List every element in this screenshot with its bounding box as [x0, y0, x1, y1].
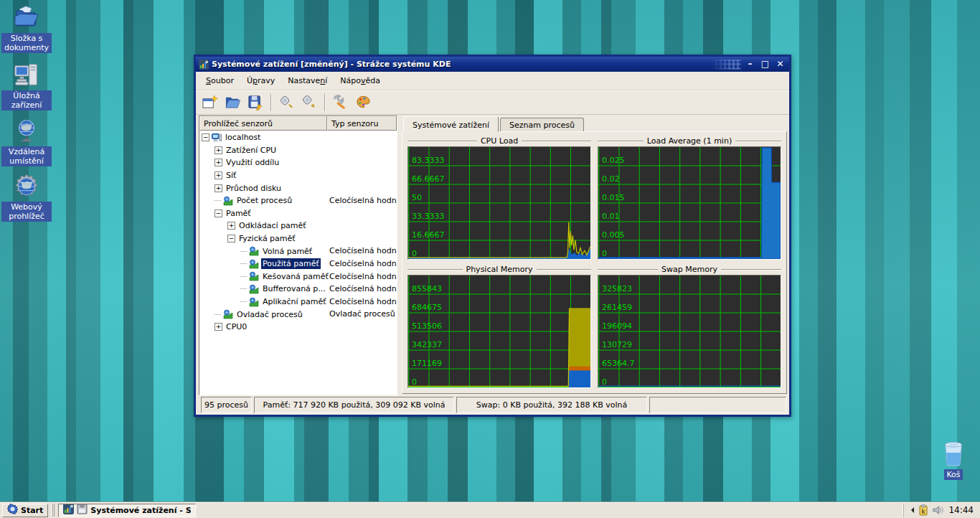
expand-icon[interactable]: +: [215, 323, 222, 331]
y-tick-label: 0: [602, 378, 607, 387]
folder-icon: [1, 4, 52, 32]
tree-item[interactable]: Použitá paměťCeločíselná hodn...: [199, 258, 397, 270]
collapse-icon[interactable]: −: [215, 209, 222, 217]
expand-icon[interactable]: +: [227, 222, 235, 230]
collapse-icon[interactable]: −: [202, 133, 209, 141]
configure-palette-button[interactable]: [352, 92, 374, 113]
cpu-load-chart: 83.333366.66675033.333316.66670: [407, 146, 591, 260]
menu-soubor[interactable]: Soubor: [200, 74, 240, 88]
tree-item-label[interactable]: CPU0: [225, 321, 248, 332]
menu-napoveda[interactable]: Nápověda: [334, 74, 386, 88]
menu-upravy[interactable]: Úpravy: [241, 74, 281, 88]
tree-item-label[interactable]: Síť: [225, 170, 237, 181]
y-tick-label: 855843: [412, 285, 442, 293]
disconnect-host-button[interactable]: [298, 92, 320, 113]
tree-item[interactable]: Aplikační paměťCeločíselná hodn...: [199, 296, 397, 309]
sensor-icon: [249, 246, 260, 256]
tree-item[interactable]: Volná paměťCeločíselná hodn...: [199, 245, 397, 258]
tree-item[interactable]: +Průchod disku: [199, 182, 397, 194]
tree-item-label[interactable]: Aplikační paměť: [261, 296, 328, 307]
tree-item-label[interactable]: Ovladač procesů: [235, 309, 304, 320]
tree-item[interactable]: Počet procesůCeločíselná hodn...: [199, 194, 397, 207]
collapse-icon[interactable]: −: [227, 235, 235, 242]
toolbar-separator: [270, 94, 271, 111]
tree-item-label[interactable]: localhost: [224, 132, 262, 143]
desktop-icon-storage[interactable]: Úložná zařízení: [1, 62, 52, 110]
klipper-icon[interactable]: k: [918, 504, 929, 516]
sensor-icon: [249, 259, 260, 269]
physical-memory-chart: 8558436846755135063423371711690: [407, 275, 591, 388]
task-button-ksysguard[interactable]: Systémové zatížení - Stráž: [58, 504, 196, 517]
sensor-type: Celočíselná hodn...: [329, 259, 397, 268]
desktop-icon-label[interactable]: Koš: [944, 469, 962, 480]
expand-icon[interactable]: +: [215, 171, 222, 179]
sensor-tree: −localhost+Zatížení CPU+Využití oddílu+S…: [199, 131, 397, 395]
tree-item[interactable]: +Využití oddílu: [199, 156, 397, 169]
desktop-icon-documents[interactable]: Složka s dokumenty: [1, 4, 52, 53]
desktop-icon-browser[interactable]: Webový prohlížeč: [1, 173, 52, 222]
load-average-chart: 0.0250.020.0150.010.0050: [598, 146, 781, 260]
tree-item-label[interactable]: Použitá paměť: [261, 258, 321, 269]
desktop: Složka s dokumenty Úložná zařízení Vzdál…: [0, 0, 980, 518]
group-line: [522, 141, 591, 142]
expand-icon[interactable]: +: [215, 184, 222, 192]
open-worksheet-button[interactable]: [222, 92, 243, 113]
connect-host-button[interactable]: [275, 92, 297, 113]
tree-item-label[interactable]: Odkládací paměť: [237, 220, 308, 231]
trash-icon: [928, 441, 979, 468]
ksysguard-window: Systémové zatížení [změněný] - Strážce s…: [194, 55, 791, 417]
tab-process-list[interactable]: Seznam procesů: [500, 118, 584, 131]
tree-item-label[interactable]: Fyzická paměť: [237, 233, 297, 244]
expand-icon[interactable]: +: [215, 159, 222, 166]
kde-menu-icon: [7, 504, 18, 517]
tree-item[interactable]: −Paměť: [199, 207, 397, 220]
svg-text:k: k: [922, 508, 926, 515]
modified-floppy-icon: [77, 504, 88, 517]
column-header-sensor-browser[interactable]: Prohlížeč senzorů: [199, 116, 327, 131]
tree-item-label[interactable]: Kešovaná paměť: [261, 271, 330, 282]
desktop-icon-label[interactable]: Vzdálená umístění: [1, 146, 52, 166]
close-button[interactable]: ✕: [774, 59, 786, 70]
start-button[interactable]: Start: [2, 504, 48, 517]
minimize-button[interactable]: –: [744, 59, 756, 70]
tree-item[interactable]: −localhost: [199, 131, 397, 144]
y-tick-label: 325823: [602, 285, 632, 293]
tree-item-label[interactable]: Volná paměť: [261, 246, 314, 257]
taskbar-handle[interactable]: [52, 504, 55, 517]
configure-style-button[interactable]: [329, 92, 351, 113]
tree-item[interactable]: Kešovaná paměťCeločíselná hodn...: [199, 270, 397, 283]
tree-item[interactable]: +Odkládací paměť: [199, 220, 397, 232]
tray-expander-icon[interactable]: [908, 507, 914, 513]
column-header-sensor-type[interactable]: Typ senzoru: [327, 116, 397, 131]
tree-item-label[interactable]: Bufferovaná p...: [261, 283, 327, 294]
expand-icon[interactable]: +: [215, 146, 222, 154]
tree-connector: [240, 301, 247, 302]
tree-item-label[interactable]: Využití oddílu: [225, 157, 281, 168]
tree-item[interactable]: −Fyzická paměť: [199, 232, 397, 245]
tree-item[interactable]: +Zatížení CPU: [199, 144, 397, 157]
tree-item-label[interactable]: Zatížení CPU: [225, 145, 278, 156]
tree-item[interactable]: +Síť: [199, 169, 397, 182]
tab-system-load[interactable]: Systémové zatížení: [403, 116, 499, 132]
titlebar[interactable]: Systémové zatížení [změněný] - Strážce s…: [196, 57, 789, 72]
tree-item[interactable]: Ovladač procesůOvladač procesů: [199, 308, 397, 321]
y-tick-label: 0.015: [602, 194, 625, 202]
desktop-icon-remote[interactable]: Vzdálená umístění: [1, 118, 52, 166]
volume-icon[interactable]: [932, 504, 943, 516]
desktop-icon-trash[interactable]: Koš: [928, 441, 979, 480]
globe-stand-icon: [1, 118, 52, 145]
tree-item-label[interactable]: Průchod disku: [225, 183, 283, 194]
tree-item-label[interactable]: Paměť: [225, 208, 253, 219]
tree-item[interactable]: Bufferovaná p...Celočíselná hodn...: [199, 283, 397, 296]
tree-item[interactable]: +CPU0: [199, 321, 397, 334]
y-tick-label: 0: [602, 250, 607, 258]
desktop-icon-label[interactable]: Úložná zařízení: [1, 90, 52, 110]
maximize-button[interactable]: □: [759, 59, 771, 70]
desktop-icon-label[interactable]: Webový prohlížeč: [1, 202, 52, 222]
menu-nastaveni[interactable]: Nastavení: [282, 74, 333, 88]
new-worksheet-button[interactable]: [199, 92, 220, 113]
y-tick-label: 171169: [412, 359, 442, 368]
desktop-icon-label[interactable]: Složka s dokumenty: [1, 33, 52, 53]
save-worksheet-button[interactable]: [245, 92, 266, 113]
tree-item-label[interactable]: Počet procesů: [235, 195, 293, 206]
